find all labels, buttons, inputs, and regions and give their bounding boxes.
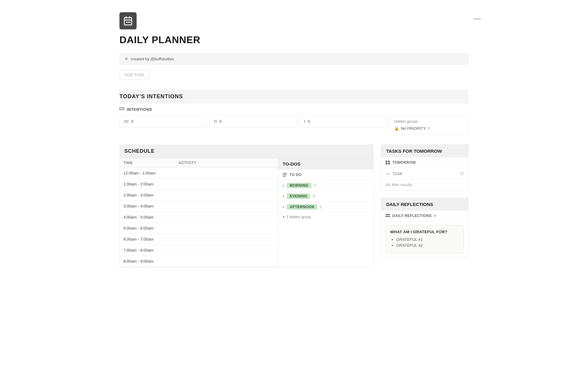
medium-priority-icon: !! [214,119,217,124]
intention-cell-low[interactable]: ! 0 [299,115,386,127]
intention-cell-high[interactable]: !!! 0 [119,115,207,127]
svg-rect-14 [283,174,287,175]
hidden-group-row[interactable]: ▾ 1 hidden group [278,212,373,222]
table-row: 1:00am - 2:00am [120,179,278,190]
time-cell: 6:00am - 7:00am [120,234,175,245]
no-priority-row: 🔒 No PRIORITY 0 [394,126,463,131]
svg-rect-23 [386,216,387,217]
low-priority-icon: ! [304,119,305,124]
activity-cell[interactable] [175,168,278,179]
intention-value-medium: 0 [219,119,221,124]
grateful-item-2: GRATEFUL #2 [396,243,459,248]
minimize-button[interactable]: — [473,15,481,22]
grid2-icon [386,214,390,218]
lock-icon: 🔒 [394,126,399,131]
intention-value-low: 0 [308,119,310,124]
time-cell: 4:00am - 5:00am [120,212,175,223]
todo-groups: ▾MORNING0▾EVENING0▾AFTERNOON0 [278,180,373,212]
svg-rect-6 [129,22,130,23]
activity-cell[interactable] [175,234,278,245]
svg-rect-9 [123,107,124,108]
svg-rect-20 [386,214,387,215]
activity-cell[interactable] [175,256,278,267]
chevron-down-icon[interactable]: ▾ [283,205,284,209]
task-input-row[interactable]: Aa ☑ [381,168,468,179]
tasks-for-tomorrow-section: TASKS FOR TOMORROW TOMORROW Aa ☑ No filt… [381,144,469,190]
intentions-row: !!! 0 !! 0 ! 0 Hidden groups 🔒 No PRIORI… [119,115,469,135]
right-column: TASKS FOR TOMORROW TOMORROW Aa ☑ No filt… [374,144,469,267]
reflections-subheader-label: DAILY REFLECTIONS [392,214,432,218]
table-row: 5:00am - 6:00am [120,223,278,234]
time-cell: 1:00am - 2:00am [120,179,175,190]
time-cell: 5:00am - 6:00am [120,223,175,234]
svg-rect-22 [389,214,390,215]
activity-cell[interactable] [175,223,278,234]
todo-group: ▾AFTERNOON0 [278,202,373,212]
add-task-button[interactable]: ADD TASK [119,70,149,80]
reflections-chevron[interactable]: ▾ [434,214,436,218]
intention-cell-medium[interactable]: !! 0 [209,115,296,127]
todos-header: TO-DOS [278,158,373,170]
chevron-down-icon[interactable]: ▾ [283,184,284,187]
svg-rect-4 [126,22,127,23]
group-count: 0 [313,194,315,199]
svg-rect-16 [386,161,387,162]
grateful-list: GRATEFUL #1 GRATEFUL #2 [390,237,459,248]
table-row: 6:00am - 7:00am [120,234,278,245]
group-tag: AFTERNOON [287,204,317,210]
svg-rect-11 [121,109,123,110]
activity-cell[interactable] [175,245,278,256]
time-cell: 8:00am - 9:00am [120,256,175,267]
table-row: 8:00am - 9:00am [120,256,278,267]
intentions-header: INTENTIONS [119,107,469,112]
created-by-text: created by @buffstudies [131,57,174,61]
todos-subheader: TO DO [278,170,373,180]
time-cell: 3:00am - 4:00am [120,201,175,212]
activity-cell[interactable] [175,179,278,190]
hidden-group-label: 1 hidden group [286,215,311,219]
activity-cell[interactable] [175,201,278,212]
time-column-header: TIME [120,158,175,168]
group-count: 0 [320,205,322,209]
intentions-table-icon [119,107,124,112]
high-priority-icon: !!! [124,119,129,124]
table-row: 7:00am - 8:00am [120,245,278,256]
no-priority-label: No PRIORITY [401,126,426,131]
time-cell: 12:00am - 1:00am [120,168,175,179]
table-row: 3:00am - 4:00am [120,201,278,212]
daily-reflections-title: DAILY REFLECTIONS [381,198,468,211]
schedule-section-title: SCHEDULE [119,144,374,158]
page-title: DAILY PLANNER [119,34,469,46]
table-row: 4:00am - 5:00am [120,212,278,223]
intention-value-high: 0 [131,119,133,124]
svg-rect-24 [387,216,388,217]
svg-rect-12 [123,109,124,110]
schedule-table: TIME ACTIVITY 12:00am - 1:00am1:00am - 2… [120,158,278,267]
svg-rect-17 [388,161,390,162]
aa-prefix: Aa [386,171,390,176]
no-priority-count: 0 [428,126,430,131]
no-filter-results: No filter results. [381,179,468,190]
grateful-item-1: GRATEFUL #1 [396,237,459,242]
table-row: 12:00am - 1:00am [120,168,278,179]
todays-intentions-section: TODAY'S INTENTIONS INTENTIONS !!! 0 [119,90,469,135]
svg-rect-18 [386,163,387,164]
chevron-down-icon[interactable]: ▾ [283,195,284,198]
table-row: 2:00am - 3:00am [120,190,278,201]
hidden-groups-title: Hidden groups [394,119,463,124]
svg-rect-13 [283,173,287,174]
grateful-title: WHAT AM I GRATEFUL FOR? [390,230,459,234]
list-icon [283,173,287,177]
svg-rect-0 [124,17,132,25]
svg-rect-7 [119,107,121,108]
todays-intentions-title: TODAY'S INTENTIONS [119,90,469,103]
activity-cell[interactable] [175,212,278,223]
time-cell: 7:00am - 8:00am [120,245,175,256]
svg-rect-5 [128,22,129,23]
todo-group: ▾MORNING0 [278,180,373,191]
task-input[interactable] [392,171,458,176]
svg-rect-10 [119,109,121,110]
chevron-down-icon: ▾ [283,215,285,219]
group-tag: EVENING [287,193,310,199]
activity-cell[interactable] [175,190,278,201]
